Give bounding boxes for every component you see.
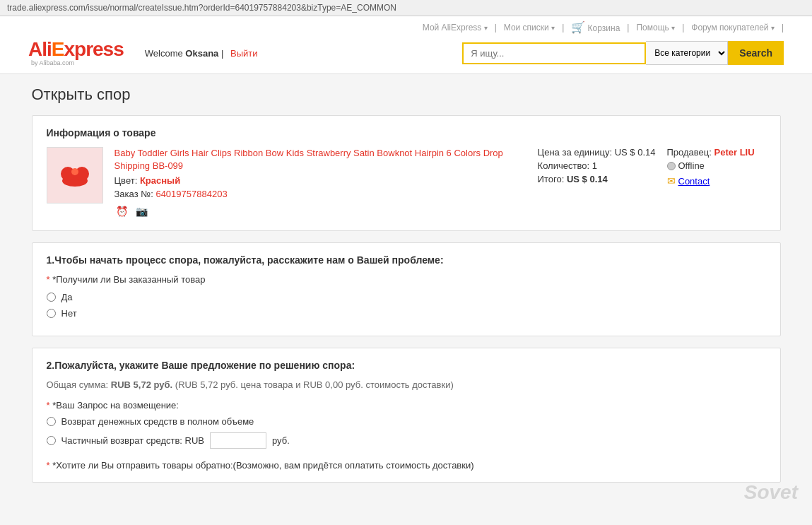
seller-name-row: Продавец: Peter LIU bbox=[667, 147, 766, 158]
seller-name: Peter LIU bbox=[714, 147, 755, 158]
return-question: * *Хотите ли Вы отправить товары обратно… bbox=[47, 460, 766, 471]
total: Итого: US $ 0.14 bbox=[538, 174, 656, 184]
seller-info: Продавец: Peter LIU Offline ✉ Contact bbox=[667, 147, 766, 187]
section1-question: * *Получили ли Вы заказанный товар bbox=[47, 274, 766, 285]
product-section: Информация о товаре Baby Toddler Girls H… bbox=[32, 115, 781, 231]
radio-full-refund[interactable] bbox=[47, 417, 56, 426]
partial-amount-input[interactable] bbox=[210, 432, 266, 449]
username: Oksana bbox=[185, 48, 218, 59]
color-value: Красный bbox=[140, 175, 180, 186]
nav-my-lists[interactable]: Мои списки ▾ bbox=[504, 23, 555, 33]
option-no-label: Нет bbox=[61, 308, 77, 319]
partial-suffix: руб. bbox=[272, 435, 290, 446]
quantity: Количество: 1 bbox=[538, 160, 656, 171]
contact-link[interactable]: Contact bbox=[678, 176, 710, 187]
radio-yes[interactable] bbox=[47, 293, 56, 302]
logo-text: AliExpress bbox=[28, 40, 124, 59]
nav-separator: | bbox=[782, 23, 784, 33]
search-button[interactable]: Search bbox=[728, 41, 784, 65]
product-color: Цвет: Красный bbox=[114, 175, 526, 186]
price-info: Цена за единицу: US $ 0.14 Количество: 1… bbox=[538, 147, 656, 187]
quantity-value: 1 bbox=[592, 160, 597, 171]
contact-row[interactable]: ✉ Contact bbox=[667, 175, 766, 187]
total-sum-detail: (RUB 5,72 руб. цена товара и RUB 0,00 ру… bbox=[175, 379, 454, 390]
section1: 1.Чтобы начать процесс спора, пожалуйста… bbox=[32, 242, 781, 336]
section1-title: 1.Чтобы начать процесс спора, пожалуйста… bbox=[47, 254, 766, 266]
required-star: * bbox=[47, 400, 50, 411]
required-star: * bbox=[47, 274, 50, 285]
option-no[interactable]: Нет bbox=[47, 308, 766, 319]
main-content: Открыть спор Информация о товаре Baby To… bbox=[18, 74, 795, 505]
top-nav: Мой AliExpress ▾ | Мои списки ▾ | 🛒 Корз… bbox=[14, 16, 798, 34]
logo[interactable]: AliExpress by Alibaba.com bbox=[28, 40, 124, 66]
category-select[interactable]: Все категории bbox=[646, 41, 728, 65]
section2-title: 2.Пожалуйста, укажите Ваше предложение п… bbox=[47, 360, 766, 371]
nav-separator: | bbox=[682, 23, 684, 33]
page-title: Открыть спор bbox=[32, 85, 781, 104]
clock-icon: ⏰ bbox=[114, 203, 130, 219]
nav-separator: | bbox=[562, 23, 564, 33]
full-refund-label: Возврат денежных средств в полном объеме bbox=[61, 416, 254, 427]
product-order: Заказ №: 64019757884203 bbox=[114, 189, 526, 199]
search-input[interactable] bbox=[462, 42, 646, 64]
product-image-svg bbox=[54, 154, 96, 196]
envelope-icon: ✉ bbox=[667, 175, 676, 187]
offline-dot bbox=[667, 162, 676, 170]
section2: 2.Пожалуйста, укажите Ваше предложение п… bbox=[32, 348, 781, 483]
welcome-area: Welcome Oksana | Выйти bbox=[145, 48, 258, 59]
partial-refund-label: Частичный возврат средств: RUB bbox=[61, 435, 205, 446]
total-sum-value: RUB 5,72 руб. bbox=[111, 379, 172, 390]
product-section-title: Информация о товаре bbox=[47, 127, 766, 138]
chevron-down-icon: ▾ bbox=[484, 24, 488, 32]
header: Мой AliExpress ▾ | Мои списки ▾ | 🛒 Корз… bbox=[0, 16, 812, 74]
option-full-refund[interactable]: Возврат денежных средств в полном объеме bbox=[47, 416, 766, 427]
search-area: Все категории Search bbox=[462, 41, 784, 65]
radio-partial-refund[interactable] bbox=[47, 436, 56, 445]
logout-link[interactable]: Выйти bbox=[230, 48, 258, 59]
nav-cart[interactable]: 🛒 Корзина bbox=[571, 20, 620, 34]
refund-label: * *Ваш Запрос на возмещение: bbox=[47, 400, 766, 411]
seller-status: Offline bbox=[667, 160, 766, 171]
nav-separator: | bbox=[627, 23, 629, 33]
cart-icon: 🛒 bbox=[571, 21, 585, 33]
price-value: US $ 0.14 bbox=[615, 147, 656, 158]
order-number-link[interactable]: 64019757884203 bbox=[155, 189, 227, 199]
product-image bbox=[47, 147, 103, 203]
total-value: US $ 0.14 bbox=[567, 174, 608, 184]
chevron-down-icon: ▾ bbox=[551, 24, 555, 32]
nav-forum[interactable]: Форум покупателей ▾ bbox=[691, 23, 775, 33]
separator: | bbox=[221, 48, 223, 59]
radio-no[interactable] bbox=[47, 309, 56, 318]
address-text: trade.aliexpress.com/issue/normal/create… bbox=[7, 3, 396, 13]
chevron-down-icon: ▾ bbox=[771, 24, 775, 32]
seller-name-link[interactable]: Peter LIU bbox=[714, 147, 755, 158]
product-name-link[interactable]: Baby Toddler Girls Hair Clips Ribbon Bow… bbox=[114, 148, 503, 171]
nav-separator: | bbox=[495, 23, 497, 33]
option-yes[interactable]: Да bbox=[47, 292, 766, 302]
required-star: * bbox=[47, 460, 50, 471]
nav-my-aliexpress[interactable]: Мой AliExpress ▾ bbox=[423, 23, 488, 33]
camera-icon: 📷 bbox=[134, 203, 150, 219]
chevron-down-icon: ▾ bbox=[671, 24, 675, 32]
product-info: Baby Toddler Girls Hair Clips Ribbon Bow… bbox=[47, 147, 766, 219]
product-details: Baby Toddler Girls Hair Clips Ribbon Bow… bbox=[114, 147, 526, 219]
total-sum: Общая сумма: RUB 5,72 руб. (RUB 5,72 руб… bbox=[47, 379, 766, 390]
welcome-text: Welcome bbox=[145, 48, 183, 59]
header-main: AliExpress by Alibaba.com Welcome Oksana… bbox=[14, 34, 798, 73]
option-yes-label: Да bbox=[61, 292, 73, 302]
svg-point-3 bbox=[71, 168, 78, 175]
offline-text: Offline bbox=[678, 160, 705, 171]
option-partial-refund[interactable]: Частичный возврат средств: RUB руб. bbox=[47, 432, 766, 449]
address-bar: trade.aliexpress.com/issue/normal/create… bbox=[0, 0, 812, 16]
logo-sub: by Alibaba.com bbox=[31, 59, 124, 66]
price-per-unit: Цена за единицу: US $ 0.14 bbox=[538, 147, 656, 158]
nav-help[interactable]: Помощь ▾ bbox=[636, 23, 675, 33]
product-icons: ⏰ 📷 bbox=[114, 203, 526, 219]
